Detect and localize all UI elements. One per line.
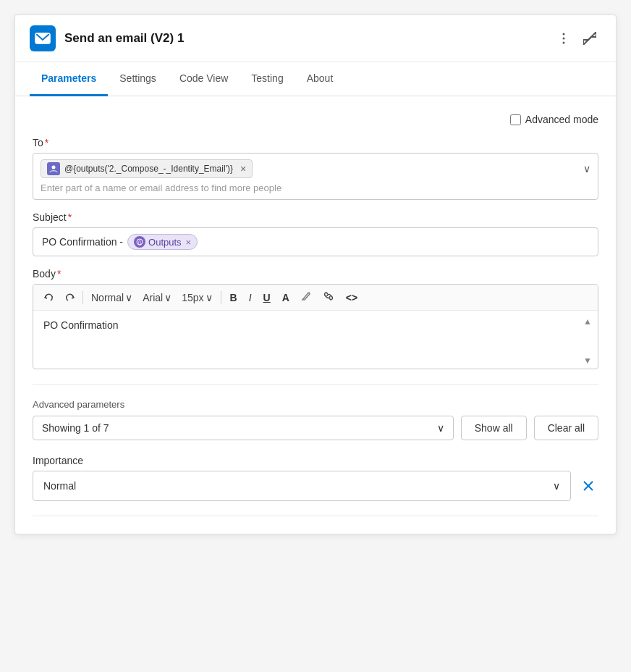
advanced-mode-checkbox[interactable] bbox=[510, 114, 521, 125]
svg-text:{}: {} bbox=[138, 240, 142, 245]
subject-prefix-text: PO Confirmation - bbox=[42, 236, 123, 248]
to-token-icon bbox=[47, 162, 60, 175]
font-dropdown-button[interactable]: Arial ∨ bbox=[139, 290, 175, 306]
bold-button[interactable]: B bbox=[226, 290, 242, 306]
panel-content: Advanced mode To* @{outputs('2._Compose_… bbox=[15, 96, 616, 534]
body-text: PO Confirmation bbox=[43, 319, 118, 331]
tab-about[interactable]: About bbox=[295, 62, 345, 96]
to-token: @{outputs('2._Compose_-_Identity_Email')… bbox=[41, 159, 253, 178]
to-field-chevron-icon[interactable]: ∨ bbox=[583, 163, 590, 175]
to-field-placeholder: Enter part of a name or email address to… bbox=[41, 182, 590, 193]
redo-button[interactable] bbox=[61, 290, 78, 305]
style-dropdown-button[interactable]: Normal ∨ bbox=[88, 290, 136, 306]
to-field-top: @{outputs('2._Compose_-_Identity_Email')… bbox=[41, 159, 590, 178]
body-scroll-arrows: ▲ ▼ bbox=[583, 316, 592, 366]
font-label: Arial bbox=[143, 292, 163, 303]
style-chevron-icon: ∨ bbox=[125, 292, 132, 303]
tab-parameters[interactable]: Parameters bbox=[30, 62, 108, 96]
tab-testing[interactable]: Testing bbox=[240, 62, 295, 96]
showing-dropdown[interactable]: Showing 1 of 7 ∨ bbox=[33, 416, 454, 440]
body-content-area[interactable]: PO Confirmation ▲ ▼ bbox=[33, 311, 598, 369]
to-token-text: @{outputs('2._Compose_-_Identity_Email')… bbox=[64, 164, 233, 174]
svg-point-4 bbox=[563, 42, 565, 44]
svg-point-7 bbox=[52, 166, 56, 169]
to-token-remove-button[interactable]: × bbox=[240, 164, 246, 174]
advanced-params-label: Advanced parameters bbox=[33, 399, 598, 410]
subject-label: Subject* bbox=[33, 211, 598, 223]
importance-dropdown[interactable]: Normal ∨ bbox=[33, 471, 571, 501]
advanced-mode-text: Advanced mode bbox=[525, 114, 598, 125]
clear-importance-button[interactable] bbox=[578, 476, 598, 496]
highlight-button[interactable] bbox=[297, 289, 316, 306]
body-toolbar: Normal ∨ Arial ∨ 15px ∨ B I U A bbox=[33, 285, 598, 311]
font-color-button[interactable]: A bbox=[278, 290, 294, 306]
italic-button[interactable]: I bbox=[245, 290, 256, 306]
more-options-button[interactable] bbox=[552, 27, 575, 50]
svg-point-3 bbox=[563, 38, 565, 40]
undo-button[interactable] bbox=[41, 290, 58, 305]
app-icon bbox=[30, 25, 56, 51]
showing-text: Showing 1 of 7 bbox=[42, 422, 109, 434]
advanced-mode-label[interactable]: Advanced mode bbox=[510, 114, 598, 125]
header-actions bbox=[552, 27, 601, 50]
tab-bar: Parameters Settings Code View Testing Ab… bbox=[15, 62, 616, 96]
section-divider bbox=[33, 384, 598, 385]
scroll-down-arrow-icon[interactable]: ▼ bbox=[583, 356, 592, 366]
panel-header: Send an email (V2) 1 bbox=[15, 15, 616, 62]
size-label: 15px bbox=[182, 292, 203, 303]
body-required: * bbox=[57, 268, 61, 280]
scroll-up-arrow-icon[interactable]: ▲ bbox=[583, 316, 592, 327]
size-chevron-icon: ∨ bbox=[206, 292, 213, 303]
body-field[interactable]: Normal ∨ Arial ∨ 15px ∨ B I U A bbox=[33, 284, 598, 369]
header-left: Send an email (V2) 1 bbox=[30, 25, 184, 51]
advanced-params-row: Showing 1 of 7 ∨ Show all Clear all bbox=[33, 416, 598, 440]
importance-chevron-icon: ∨ bbox=[553, 480, 560, 492]
bottom-divider bbox=[33, 516, 598, 516]
email-panel: Send an email (V2) 1 Parameter bbox=[14, 14, 617, 534]
show-all-button[interactable]: Show all bbox=[461, 416, 527, 440]
link-button[interactable] bbox=[318, 289, 339, 306]
code-button[interactable]: <> bbox=[342, 290, 362, 306]
subject-token-icon: {} bbox=[134, 236, 145, 248]
tab-settings[interactable]: Settings bbox=[108, 62, 168, 96]
subject-token-text: Outputs bbox=[148, 237, 182, 248]
showing-chevron-icon: ∨ bbox=[437, 422, 444, 434]
svg-point-2 bbox=[563, 33, 565, 35]
to-required: * bbox=[45, 137, 48, 148]
to-field[interactable]: @{outputs('2._Compose_-_Identity_Email')… bbox=[33, 153, 598, 200]
toolbar-divider-2 bbox=[221, 291, 221, 304]
style-label: Normal bbox=[91, 292, 124, 303]
clear-all-button[interactable]: Clear all bbox=[534, 416, 598, 440]
font-chevron-icon: ∨ bbox=[164, 292, 171, 303]
panel-title: Send an email (V2) 1 bbox=[64, 31, 184, 46]
importance-label: Importance bbox=[33, 455, 598, 466]
to-label: To* bbox=[33, 137, 598, 148]
toolbar-divider-1 bbox=[82, 291, 83, 304]
importance-row: Normal ∨ bbox=[33, 471, 598, 501]
close-panel-button[interactable] bbox=[578, 27, 601, 50]
subject-token: {} Outputs × bbox=[127, 234, 198, 250]
subject-required: * bbox=[68, 211, 72, 223]
tab-code-view[interactable]: Code View bbox=[168, 62, 240, 96]
underline-button[interactable]: U bbox=[259, 290, 275, 306]
body-label: Body* bbox=[33, 268, 598, 280]
importance-value: Normal bbox=[43, 480, 76, 492]
subject-token-remove-button[interactable]: × bbox=[186, 237, 192, 248]
size-dropdown-button[interactable]: 15px ∨ bbox=[178, 290, 216, 306]
subject-field[interactable]: PO Confirmation - {} Outputs × bbox=[33, 227, 598, 256]
advanced-mode-row: Advanced mode bbox=[33, 114, 598, 125]
